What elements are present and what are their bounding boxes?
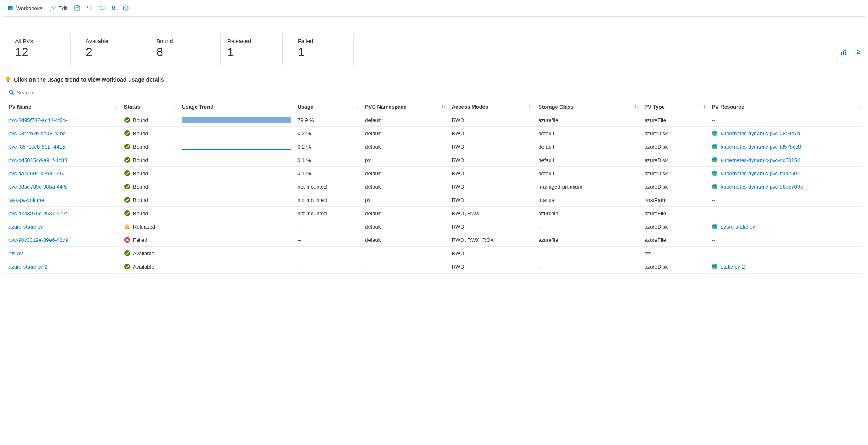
namespace-text: --: [362, 247, 449, 260]
disk-icon: [712, 143, 718, 150]
pv-type-text: azureDisk: [641, 220, 709, 233]
usage-trend-bar[interactable]: [182, 143, 291, 150]
bulb-icon: [5, 76, 11, 83]
col-usage-trend[interactable]: Usage Trend: [179, 101, 294, 113]
pv-resource-text: --: [712, 197, 715, 203]
namespace-text: default: [362, 113, 449, 127]
pv-name-link[interactable]: nfs-pv: [8, 250, 23, 256]
status-text: Bound: [133, 117, 148, 123]
usage-trend-bar[interactable]: [182, 130, 291, 136]
namespace-text: default: [362, 207, 449, 220]
pin-button[interactable]: [109, 3, 118, 13]
storage-class-text: default: [535, 127, 641, 140]
access-modes-text: RWO: [449, 220, 535, 233]
pv-resource-link[interactable]: azure-static-pv: [721, 224, 755, 230]
access-modes-text: RWO: [449, 167, 535, 180]
pv-name-link[interactable]: pvc-08f7fb7b-ee38-42bb: [8, 130, 66, 136]
summary-tile[interactable]: Available 2: [79, 34, 141, 65]
pv-resource-link[interactable]: kubernetes-dynamic-pvc-f8578cc8: [721, 144, 801, 150]
chart-button-2[interactable]: [838, 75, 848, 84]
storage-class-text: managed-premium: [535, 180, 641, 193]
chart-button[interactable]: [826, 20, 836, 29]
summary-tile[interactable]: Bound 8: [150, 34, 212, 65]
success-icon: [124, 117, 131, 123]
pv-resource-link[interactable]: static-pv-2: [721, 264, 745, 270]
status-text: Available: [133, 250, 154, 256]
error-icon: [124, 237, 131, 243]
pv-name-link[interactable]: pvc-dd50154d-a91f-4b83: [8, 157, 67, 163]
pv-type-text: hostPath: [641, 193, 709, 207]
pv-type-text: azureDisk: [641, 127, 709, 140]
storage-class-text: azurefile: [535, 113, 641, 127]
storage-class-text: azurefile: [535, 207, 641, 220]
storage-class-text: manual: [535, 193, 641, 207]
col-access-modes[interactable]: Access Modes↑↓: [449, 101, 535, 113]
pv-resource-link[interactable]: kubernetes-dynamic-pvc-38ae709c: [721, 184, 803, 190]
col-pv-name[interactable]: PV Name↑↓: [5, 101, 121, 113]
pv-name-link[interactable]: task-pv-volume: [8, 197, 44, 203]
access-modes-text: RWO: [449, 260, 535, 273]
tile-value: 12: [15, 45, 64, 59]
success-icon: [124, 143, 131, 150]
pv-resource-link[interactable]: kubernetes-dynamic-pvc-08f7fb7b: [721, 130, 800, 136]
search-box[interactable]: [5, 87, 863, 98]
main-toolbar: Workbooks Edit: [3, 0, 865, 17]
workbooks-button[interactable]: Workbooks: [5, 3, 45, 13]
col-pv-type[interactable]: PV Type↑↓: [641, 101, 709, 113]
disk-icon: [712, 263, 718, 270]
table-row: pvc-38ae709c-38ba-44f5 Bound not mounted…: [5, 180, 863, 193]
pin-button-3[interactable]: [853, 75, 863, 84]
save-button[interactable]: [72, 3, 82, 13]
summary-tile[interactable]: Released 1: [220, 34, 283, 65]
namespace-text: default: [362, 180, 449, 193]
edit-icon: [50, 5, 56, 11]
namespace-text: default: [362, 167, 449, 180]
pv-name-link[interactable]: azure-static-pv: [8, 224, 43, 230]
pin-icon: [855, 0, 862, 55]
pv-resource-text: --: [712, 210, 715, 216]
summary-tile[interactable]: All PVs 12: [8, 34, 71, 65]
pv-name-link[interactable]: pvc-90c3319e-39e6-42d9: [8, 237, 68, 243]
pv-name-link[interactable]: azure-static-pv-2: [8, 264, 48, 270]
pv-resource-link[interactable]: kubernetes-dynamic-pvc-ffa42504: [721, 170, 800, 176]
pv-name-link[interactable]: pvc-3d95f782-ac44-4f6c-: [8, 117, 67, 123]
usage-text: 0.1 %: [294, 153, 362, 167]
feedback-button[interactable]: [121, 3, 131, 13]
disk-icon: [712, 130, 718, 136]
col-status[interactable]: Status↑↓: [121, 101, 179, 113]
pv-name-link[interactable]: pvc-38ae709c-38ba-44f5: [8, 184, 67, 190]
col-storage-class[interactable]: Storage Class↑↓: [535, 101, 641, 113]
search-input[interactable]: [17, 90, 860, 96]
edit-button[interactable]: Edit: [47, 3, 70, 13]
pv-type-text: nfs: [641, 247, 709, 260]
table-row: pvc-3d95f782-ac44-4f6c- Bound 79.9 % def…: [5, 113, 863, 127]
usage-trend-bar[interactable]: [182, 157, 291, 163]
pv-name-link[interactable]: pvc-a4b3975c-4637-472f: [8, 210, 67, 216]
col-pv-resource[interactable]: PV Resource↑↓: [708, 101, 863, 113]
pv-name-link[interactable]: pvc-ffa42504-e2e8-4460-: [8, 170, 67, 176]
col-usage[interactable]: Usage↑↓: [294, 101, 362, 113]
undo-button[interactable]: [840, 20, 849, 29]
pin-button-2[interactable]: [853, 20, 863, 29]
col-pvc-namespace[interactable]: PVC Namespace↑↓: [362, 101, 449, 113]
namespace-text: default: [362, 140, 449, 153]
usage-text: not mounted: [294, 180, 362, 193]
pv-resource-link[interactable]: kubernetes-dynamic-pvc-dd50154: [721, 157, 800, 163]
status-text: Available: [133, 264, 154, 270]
storage-class-text: --: [535, 260, 641, 273]
hint-text: Click on the usage trend to view workloa…: [14, 76, 164, 83]
success-icon: [124, 130, 131, 136]
storage-class-text: default: [535, 153, 641, 167]
tile-label: Failed: [298, 38, 347, 44]
disk-icon: [712, 157, 718, 163]
pv-name-link[interactable]: pvc-f8578cc8-611f-4415-: [8, 144, 67, 150]
access-modes-text: RWO: [449, 127, 535, 140]
tile-label: Bound: [156, 38, 205, 44]
cloud-button[interactable]: [97, 3, 106, 13]
refresh-button[interactable]: [84, 3, 94, 13]
summary-tile[interactable]: Failed 1: [291, 34, 354, 65]
usage-trend-bar[interactable]: [182, 117, 291, 123]
hint: Click on the usage trend to view workloa…: [5, 76, 164, 83]
usage-trend-bar[interactable]: [182, 170, 291, 176]
storage-class-text: azurefile: [535, 233, 641, 247]
